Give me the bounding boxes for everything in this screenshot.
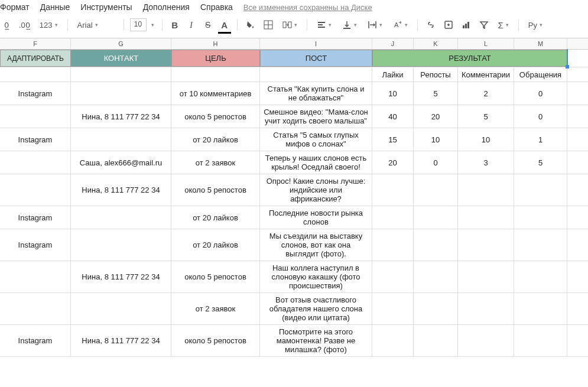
cell[interactable]: 5: [414, 82, 458, 105]
italic-button[interactable]: I: [185, 18, 198, 32]
cell[interactable]: [71, 206, 171, 229]
vertical-align-button[interactable]: ▾: [339, 18, 360, 32]
cell[interactable]: [71, 293, 171, 324]
cell[interactable]: 40: [372, 105, 414, 128]
cell[interactable]: [514, 261, 567, 292]
col-header-H[interactable]: H: [171, 38, 260, 49]
cell[interactable]: [71, 82, 171, 105]
cell[interactable]: от 20 лайков: [171, 206, 260, 229]
cell[interactable]: [0, 261, 71, 292]
cell[interactable]: 10: [414, 128, 458, 151]
cell[interactable]: от 2 заявок: [171, 293, 260, 324]
cell[interactable]: 1: [514, 128, 567, 151]
menu-tools[interactable]: Инструменты: [80, 2, 132, 12]
cell[interactable]: Вот отзыв счастливого обладателя нашего …: [260, 293, 372, 324]
strikethrough-button[interactable]: S: [202, 18, 215, 32]
cell[interactable]: [514, 293, 567, 324]
cell[interactable]: [414, 293, 458, 324]
bold-button[interactable]: B: [168, 18, 181, 32]
text-rotation-button[interactable]: A ▾: [389, 18, 411, 32]
header-contact[interactable]: КОНТАКТ: [71, 50, 171, 67]
header-adapt[interactable]: АДАПТИРОВАТЬ: [0, 50, 71, 67]
cell[interactable]: 0: [414, 151, 458, 174]
cell[interactable]: [514, 174, 567, 206]
decrease-decimal-button[interactable]: 0̲: [0, 18, 13, 32]
cell[interactable]: [458, 206, 514, 229]
cell[interactable]: [171, 67, 260, 82]
col-header-F[interactable]: F: [0, 38, 71, 49]
fill-color-button[interactable]: [243, 18, 258, 32]
col-header-G[interactable]: G: [71, 38, 171, 49]
cell[interactable]: [71, 229, 171, 261]
cell[interactable]: 0: [514, 82, 567, 105]
cell[interactable]: Статья "Как купить слона и не облажаться…: [260, 82, 372, 105]
subheader-comments[interactable]: Комментарии: [458, 67, 514, 82]
cell[interactable]: 2: [458, 82, 514, 105]
col-header-L[interactable]: L: [458, 38, 514, 49]
cell[interactable]: 10: [458, 128, 514, 151]
col-header-J[interactable]: J: [372, 38, 414, 49]
insert-chart-button[interactable]: [459, 18, 473, 32]
cell[interactable]: [372, 229, 414, 261]
cell[interactable]: Нина, 8 111 777 22 34: [71, 325, 171, 356]
cell[interactable]: [514, 229, 567, 261]
cell[interactable]: 15: [372, 128, 414, 151]
cell[interactable]: [0, 293, 71, 324]
cell[interactable]: 20: [414, 105, 458, 128]
cell[interactable]: Последние новости рынка слонов: [260, 206, 372, 229]
functions-button[interactable]: Σ▾: [495, 18, 512, 32]
menu-addons[interactable]: Дополнения: [143, 2, 190, 12]
borders-button[interactable]: [261, 18, 275, 32]
cell[interactable]: 20: [372, 151, 414, 174]
header-post[interactable]: ПОСТ: [260, 50, 372, 67]
cell[interactable]: Instagram: [0, 325, 71, 356]
cell[interactable]: [260, 67, 372, 82]
text-wrap-button[interactable]: ▾: [364, 18, 386, 32]
subheader-requests[interactable]: Обращения: [514, 67, 567, 82]
cell[interactable]: около 5 репостов: [171, 105, 260, 128]
cell[interactable]: [514, 206, 567, 229]
cell[interactable]: [414, 325, 458, 356]
cell[interactable]: [372, 325, 414, 356]
font-family-select[interactable]: Arial▾: [74, 18, 118, 32]
cell[interactable]: Нина, 8 111 777 22 34: [71, 174, 171, 206]
cell[interactable]: [458, 261, 514, 292]
cell[interactable]: Нина, 8 111 777 22 34: [71, 261, 171, 292]
cell[interactable]: около 5 репостов: [171, 261, 260, 292]
insert-comment-button[interactable]: [441, 18, 456, 32]
number-format-select[interactable]: 123▾: [36, 18, 61, 32]
col-header-M[interactable]: M: [514, 38, 567, 49]
cell[interactable]: Instagram: [0, 229, 71, 261]
cell[interactable]: 3: [458, 151, 514, 174]
subheader-likes[interactable]: Лайки: [372, 67, 414, 82]
cell[interactable]: [414, 229, 458, 261]
cell[interactable]: 10: [372, 82, 414, 105]
text-color-button[interactable]: A: [218, 18, 231, 32]
cell[interactable]: [414, 261, 458, 292]
cell[interactable]: [514, 325, 567, 356]
cell[interactable]: [458, 174, 514, 206]
cell[interactable]: [458, 229, 514, 261]
header-goal[interactable]: ЦЕЛЬ: [171, 50, 260, 67]
cell[interactable]: [372, 261, 414, 292]
menu-help[interactable]: Справка: [200, 2, 233, 12]
cell[interactable]: от 20 лайков: [171, 229, 260, 261]
cell[interactable]: [372, 206, 414, 229]
header-result[interactable]: РЕЗУЛЬТАТ: [372, 50, 567, 67]
cell[interactable]: около 5 репостов: [171, 325, 260, 356]
cell[interactable]: [414, 174, 458, 206]
font-size-input[interactable]: 10: [130, 18, 147, 31]
cell[interactable]: Наш коллега наступил в слоновую какашку …: [260, 261, 372, 292]
cell[interactable]: Опрос! Какие слоны лучше: индийские или …: [260, 174, 372, 206]
input-tools-button[interactable]: Py▾: [525, 18, 546, 32]
cell[interactable]: [0, 151, 71, 174]
menu-data[interactable]: Данные: [40, 2, 70, 12]
cell[interactable]: от 20 лайков: [171, 128, 260, 151]
menu-format[interactable]: Формат: [0, 2, 30, 12]
selection-handle[interactable]: [566, 65, 569, 69]
cell[interactable]: [414, 206, 458, 229]
subheader-reposts[interactable]: Репосты: [414, 67, 458, 82]
cell[interactable]: 5: [514, 151, 567, 174]
cell[interactable]: Нина, 8 111 777 22 34: [71, 105, 171, 128]
cell[interactable]: Мы съездили на выставку слонов, вот как …: [260, 229, 372, 261]
